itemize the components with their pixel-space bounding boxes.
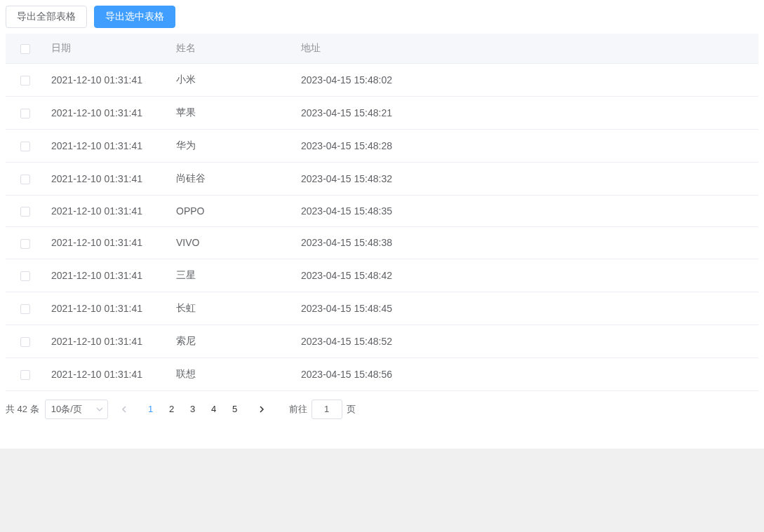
next-page-button[interactable] [251, 400, 272, 419]
row-checkbox-cell [6, 325, 44, 357]
cell-date: 2021-12-10 01:31:41 [44, 227, 169, 259]
cell-name: 华为 [169, 130, 294, 163]
header-checkbox-cell [6, 34, 44, 64]
page-number-button[interactable]: 1 [140, 400, 161, 419]
page-size-label: 10条/页 [51, 403, 82, 416]
row-checkbox[interactable] [20, 76, 30, 86]
cell-name: 小米 [169, 64, 294, 97]
cell-address: 2023-04-15 15:48:02 [294, 64, 758, 97]
header-address: 地址 [294, 34, 758, 64]
cell-name: VIVO [169, 227, 294, 259]
chevron-down-icon [96, 406, 103, 413]
cell-name: OPPO [169, 196, 294, 227]
row-checkbox[interactable] [20, 142, 30, 151]
row-checkbox-cell [6, 227, 44, 259]
table-row: 2021-12-10 01:31:41长虹2023-04-15 15:48:45 [6, 292, 758, 325]
header-date: 日期 [44, 34, 169, 64]
page-number-button[interactable]: 4 [203, 400, 224, 419]
table-row: 2021-12-10 01:31:41小米2023-04-15 15:48:02 [6, 64, 758, 97]
chevron-right-icon [258, 406, 265, 413]
page-size-select[interactable]: 10条/页 [45, 400, 108, 419]
cell-name: 三星 [169, 259, 294, 292]
row-checkbox[interactable] [20, 239, 30, 249]
row-checkbox-cell [6, 196, 44, 227]
chevron-left-icon [121, 406, 128, 413]
page-number-button[interactable]: 2 [161, 400, 182, 419]
export-all-button[interactable]: 导出全部表格 [6, 6, 87, 28]
row-checkbox-cell [6, 130, 44, 163]
row-checkbox-cell [6, 163, 44, 196]
cell-date: 2021-12-10 01:31:41 [44, 64, 169, 97]
row-checkbox[interactable] [20, 337, 30, 347]
page-number-button[interactable]: 5 [224, 400, 246, 419]
cell-address: 2023-04-15 15:48:52 [294, 325, 758, 357]
row-checkbox-cell [6, 292, 44, 325]
toolbar: 导出全部表格 导出选中表格 [6, 6, 758, 28]
cell-date: 2021-12-10 01:31:41 [44, 196, 169, 227]
pagination-total: 共 42 条 [6, 403, 39, 416]
header-name: 姓名 [169, 34, 294, 64]
table-row: 2021-12-10 01:31:41苹果2023-04-15 15:48:21 [6, 97, 758, 130]
row-checkbox[interactable] [20, 175, 30, 184]
table-row: 2021-12-10 01:31:41索尼2023-04-15 15:48:52 [6, 325, 758, 357]
export-selected-button[interactable]: 导出选中表格 [94, 6, 175, 28]
page-jump: 前往 页 [289, 400, 356, 419]
table-header-row: 日期 姓名 地址 [6, 34, 758, 64]
cell-address: 2023-04-15 15:48:21 [294, 97, 758, 130]
cell-date: 2021-12-10 01:31:41 [44, 163, 169, 196]
table-row: 2021-12-10 01:31:41VIVO2023-04-15 15:48:… [6, 227, 758, 259]
table-row: 2021-12-10 01:31:41尚硅谷2023-04-15 15:48:3… [6, 163, 758, 196]
select-all-checkbox[interactable] [20, 44, 30, 54]
table-row: 2021-12-10 01:31:41OPPO2023-04-15 15:48:… [6, 196, 758, 227]
cell-name: 长虹 [169, 292, 294, 325]
row-checkbox[interactable] [20, 207, 30, 217]
cell-address: 2023-04-15 15:48:35 [294, 196, 758, 227]
row-checkbox-cell [6, 357, 44, 390]
cell-address: 2023-04-15 15:48:32 [294, 163, 758, 196]
cell-address: 2023-04-15 15:48:38 [294, 227, 758, 259]
row-checkbox[interactable] [20, 304, 30, 314]
cell-name: 尚硅谷 [169, 163, 294, 196]
cell-address: 2023-04-15 15:48:45 [294, 292, 758, 325]
row-checkbox[interactable] [20, 109, 30, 118]
cell-address: 2023-04-15 15:48:56 [294, 357, 758, 390]
row-checkbox[interactable] [20, 370, 30, 380]
cell-date: 2021-12-10 01:31:41 [44, 357, 169, 390]
cell-date: 2021-12-10 01:31:41 [44, 292, 169, 325]
page-number-button[interactable]: 3 [182, 400, 203, 419]
page-jump-input[interactable] [311, 400, 342, 419]
cell-date: 2021-12-10 01:31:41 [44, 259, 169, 292]
cell-name: 索尼 [169, 325, 294, 357]
row-checkbox-cell [6, 259, 44, 292]
table-row: 2021-12-10 01:31:41三星2023-04-15 15:48:42 [6, 259, 758, 292]
cell-date: 2021-12-10 01:31:41 [44, 130, 169, 163]
row-checkbox-cell [6, 97, 44, 130]
cell-date: 2021-12-10 01:31:41 [44, 325, 169, 357]
cell-name: 联想 [169, 357, 294, 390]
data-table: 日期 姓名 地址 2021-12-10 01:31:41小米2023-04-15… [6, 34, 758, 391]
cell-address: 2023-04-15 15:48:28 [294, 130, 758, 163]
cell-address: 2023-04-15 15:48:42 [294, 259, 758, 292]
jump-suffix-label: 页 [347, 403, 356, 416]
pagination: 共 42 条 10条/页 12345 前往 页 [6, 400, 758, 419]
cell-date: 2021-12-10 01:31:41 [44, 97, 169, 130]
prev-page-button[interactable] [114, 400, 135, 419]
row-checkbox-cell [6, 64, 44, 97]
table-row: 2021-12-10 01:31:41华为2023-04-15 15:48:28 [6, 130, 758, 163]
cell-name: 苹果 [169, 97, 294, 130]
jump-prefix-label: 前往 [289, 403, 307, 416]
row-checkbox[interactable] [20, 271, 30, 281]
table-row: 2021-12-10 01:31:41联想2023-04-15 15:48:56 [6, 357, 758, 390]
